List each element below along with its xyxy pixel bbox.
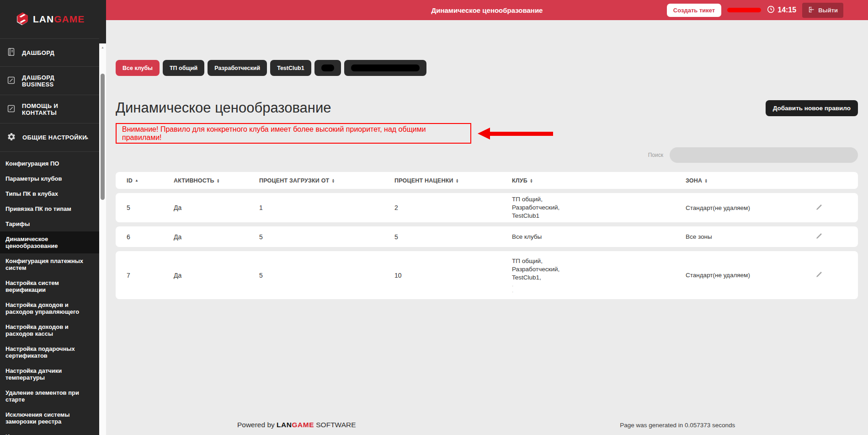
sidebar-item-dashboard[interactable]: ДАШБОРД: [0, 38, 99, 67]
topbar-controls: Создать тикет 14:15: [667, 3, 868, 18]
search-input[interactable]: [670, 147, 858, 163]
cell-clubs: Все клубы: [512, 233, 686, 241]
sidebar-subitem[interactable]: Параметры клубов: [0, 171, 99, 186]
pencil-icon: [815, 205, 823, 212]
sort-asc-icon: ▲: [135, 178, 138, 183]
sidebar-subitem[interactable]: Настройка подарочных сертификатов: [0, 341, 99, 363]
cell-clubs: ТП общий,Разработческий,TestClub1,..: [512, 257, 686, 294]
edit-rule-button[interactable]: [814, 202, 825, 214]
table-sort-header[interactable]: ЗОНА▲▼: [686, 177, 814, 184]
footer: Powered by LANGAME SOFTWARE Page was gen…: [106, 415, 868, 435]
sidebar-item-help-contacts[interactable]: ПОМОЩЬ И КОНТАКТЫ: [0, 95, 99, 124]
table-body: 5Да12ТП общий,Разработческий,TestClub1Ст…: [116, 193, 858, 299]
cell-id: 6: [127, 233, 174, 241]
gear-icon: [7, 132, 16, 143]
redacted-username: [727, 8, 761, 12]
redacted-club-dot: .: [512, 288, 686, 294]
sidebar-top-nav: ДАШБОРДДАШБОРД BUSINESSПОМОЩЬ И КОНТАКТЫ: [0, 38, 106, 124]
sidebar-subitem[interactable]: Исключения системы заморозки: [0, 429, 99, 435]
table-sort-header[interactable]: ID▲: [127, 177, 174, 184]
powered-suffix: SOFTWARE: [316, 421, 356, 429]
cell-load_percent_from: 1: [259, 204, 394, 211]
logout-button[interactable]: Выйти: [802, 3, 843, 18]
edit-rule-button[interactable]: [814, 269, 825, 281]
table-sort-header[interactable]: КЛУБ▲▼: [512, 177, 686, 184]
pencil-icon: [815, 234, 823, 241]
edit-rule-button[interactable]: [814, 231, 825, 243]
cell-clubs: ТП общий,Разработческий,TestClub1: [512, 195, 686, 220]
langame-logo-icon: [16, 12, 29, 27]
club-filter-button[interactable]: ТП общий: [163, 60, 204, 76]
chevron-up-icon: ▲: [85, 135, 89, 140]
sidebar-subitem[interactable]: Настройка систем верификации: [0, 275, 99, 297]
column-label: КЛУБ: [512, 177, 527, 184]
sort-both-icon: ▲▼: [331, 178, 335, 183]
annotation-arrow-icon: [478, 128, 553, 140]
scroll-up-arrow-icon[interactable]: ▲: [99, 43, 106, 49]
club-filter-button[interactable]: Все клубы: [116, 60, 160, 76]
pencil-icon: [815, 273, 823, 279]
topbar: Динамическое ценообразование Создать тик…: [106, 0, 868, 20]
sidebar-subitem[interactable]: Исключения системы заморозки реестра: [0, 407, 99, 429]
scrollbar-thumb[interactable]: [101, 74, 105, 200]
cell-id: 5: [127, 204, 174, 211]
sidebar: LANGAME ДАШБОРДДАШБОРД BUSINESSПОМОЩЬ И …: [0, 0, 106, 435]
cell-zone: Стандарт(не удаляем): [686, 204, 814, 211]
sidebar-subitem[interactable]: Удаление элементов при старте: [0, 385, 99, 407]
langame-logo[interactable]: LANGAME: [0, 0, 106, 38]
column-label: АКТИВНОСТЬ: [174, 177, 214, 184]
sidebar-subitem-active[interactable]: Динамическое ценообразование: [0, 231, 99, 253]
sidebar-item-label: ДАШБОРД BUSINESS: [22, 74, 99, 88]
sidebar-scrollbar[interactable]: ▲: [99, 43, 106, 435]
table-sort-header[interactable]: ПРОЦЕНТ ЗАГРУЗКИ ОТ▲▼: [259, 177, 394, 184]
cell-active: Да: [174, 233, 259, 241]
column-label: ЗОНА: [686, 177, 702, 184]
column-label: ID: [127, 177, 133, 184]
dashboard-book-icon: [7, 48, 16, 58]
cell-load_percent_from: 5: [259, 272, 394, 279]
sidebar-subitem[interactable]: Тарифы: [0, 216, 99, 231]
sidebar-item-dashboard-business[interactable]: ДАШБОРД BUSINESS: [0, 67, 99, 95]
table-row: 5Да12ТП общий,Разработческий,TestClub1Ст…: [116, 193, 858, 222]
club-filter-button-redacted[interactable]: [344, 60, 426, 76]
logout-icon: [808, 6, 815, 15]
sidebar-submenu: Конфигурация ПОПараметры клубовТипы ПК в…: [0, 152, 99, 435]
table-row: 7Да510ТП общий,Разработческий,TestClub1,…: [116, 251, 858, 299]
sidebar-subitem[interactable]: Конфигурация платежных систем: [0, 253, 99, 275]
sidebar-subitem[interactable]: Конфигурация ПО: [0, 156, 99, 171]
cell-id: 7: [127, 272, 174, 279]
sort-both-icon: ▲▼: [704, 178, 708, 183]
current-time: 14:15: [777, 6, 796, 14]
redacted-club-name: [321, 64, 334, 71]
cell-actions: [814, 202, 847, 214]
cell-markup_percent: 2: [394, 204, 512, 211]
table-sort-header[interactable]: ПРОЦЕНТ НАЦЕНКИ▲▼: [394, 177, 512, 184]
sidebar-subitem[interactable]: Привязка ПК по типам: [0, 201, 99, 216]
app-root: LANGAME ДАШБОРДДАШБОРД BUSINESSПОМОЩЬ И …: [0, 0, 868, 435]
sidebar-subitem[interactable]: Типы ПК в клубах: [0, 186, 99, 201]
page-content: Все клубыТП общийРазработческийTestClub1…: [106, 20, 868, 415]
club-filter-button[interactable]: Разработческий: [208, 60, 267, 76]
logo-game: GAME: [54, 14, 85, 24]
warning-row: Внимание! Правило для конкретного клуба …: [116, 123, 858, 144]
cell-actions: [814, 269, 847, 281]
cell-markup_percent: 10: [394, 272, 512, 279]
footer-logo-lan: LAN: [277, 421, 292, 429]
sidebar-subitem[interactable]: Настройка датчики температуры: [0, 363, 99, 385]
sidebar-subitem[interactable]: Настройка доходов и расходов кассы: [0, 319, 99, 341]
generation-time: Page was generated in 0.057373 seconds: [487, 422, 868, 429]
club-filter-button-redacted[interactable]: [314, 60, 341, 76]
create-ticket-button[interactable]: Создать тикет: [667, 4, 721, 17]
sort-both-icon: ▲▼: [456, 178, 459, 183]
sidebar-section-general-settings[interactable]: ОБЩИЕ НАСТРОЙКИ ▲: [0, 124, 99, 152]
add-rule-button[interactable]: Добавить новое правило: [766, 100, 858, 116]
logo-wordmark: LANGAME: [33, 14, 85, 25]
sidebar-subitem[interactable]: Настройка доходов и расходов управляющег…: [0, 297, 99, 319]
sort-both-icon: ▲▼: [217, 178, 220, 183]
cell-load_percent_from: 5: [259, 233, 394, 241]
club-filter-button[interactable]: TestClub1: [270, 60, 311, 76]
clock-display: 14:15: [767, 5, 796, 15]
sidebar-item-label: ДАШБОРД: [22, 49, 66, 56]
table-sort-header[interactable]: АКТИВНОСТЬ▲▼: [174, 177, 259, 184]
footer-logo-game: GAME: [292, 421, 314, 429]
